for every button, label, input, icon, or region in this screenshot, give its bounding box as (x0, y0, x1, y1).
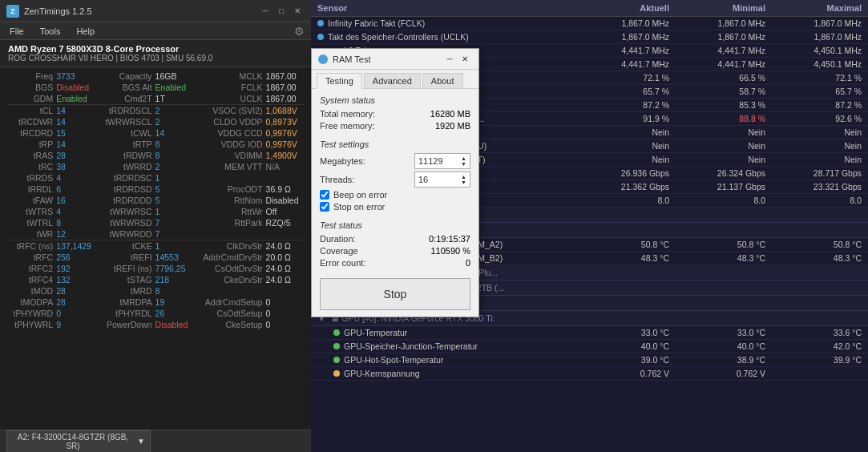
sensor-aktuell: 72.1 % (573, 73, 669, 83)
maximize-button[interactable]: □ (274, 4, 289, 18)
sensor-aktuell: 4,441.7 MHz (573, 46, 669, 55)
memory-profile-dropdown[interactable]: A2: F4-3200C14-8GTZR (8GB, SR) ▼ (6, 430, 151, 453)
error-count-value: 0 (466, 258, 470, 268)
duration-label: Duration: (320, 234, 356, 244)
table-row: tRRDS4 tRDRDSC1 (6, 172, 305, 184)
sensor-aktuell: 87.2 % (573, 100, 669, 110)
sensor-minimal: 1,867.0 MHz (669, 32, 765, 42)
sensor-maximal: 65.7 % (765, 87, 862, 96)
dropdown-value: A2: F4-3200C14-8GTZR (8GB, SR) (12, 433, 134, 450)
sensor-minimal: 50.8 °C (669, 240, 765, 249)
timings-table: Freq3733 Capacity16GB MCLK1867.00 BGSDis… (0, 67, 311, 430)
threads-spinbox-arrows[interactable]: ▲ ▼ (461, 174, 466, 185)
spinbox-arrows[interactable]: ▲ ▼ (461, 155, 466, 167)
ram-close-button[interactable]: ✕ (458, 52, 472, 67)
table-row: tWTRS4 tWRWRSC1 RttWrOff (6, 206, 305, 217)
sensor-minimal: 33.0 °C (669, 328, 765, 337)
table-row: tRC38 tWRRD2 MEM VTTN/A (6, 161, 305, 172)
sensor-dot-icon (317, 34, 324, 40)
megabytes-label: Megabytes: (320, 156, 365, 166)
megabytes-value: 11129 (418, 156, 443, 166)
sensor-name-text: Infinity Fabric Takt (FCLK) (328, 18, 425, 28)
sensor-name-text: GPU-Kernspannung (344, 369, 420, 378)
table-row: tWTRL8 tWRWRSD7 RttParkRZQ/5 (6, 217, 305, 228)
sensor-aktuell: 48.3 °C (573, 253, 669, 263)
spin-down-icon[interactable]: ▼ (461, 161, 466, 167)
table-row: tRCDWR14 tWRWRSCL2 CLDO VDDP0,8973V (6, 116, 305, 127)
sensor-aktuell: 4,441.7 MHz (573, 59, 669, 69)
duration-row: Duration: 0:19:15:37 (320, 234, 470, 244)
table-row: GDMEnabled Cmd2T1T UCLK1867.00 (6, 93, 305, 105)
table-row: tRP14 tRTP8 VDDG IOD0,9976V (6, 139, 305, 150)
total-memory-row: Total memory: 16280 MB (320, 109, 470, 119)
stop-on-error-row: Stop on error (320, 202, 470, 212)
table-row: tMODPA28 tMRDPA19 AddrCmdSetup0 (6, 297, 305, 308)
tab-about[interactable]: About (422, 73, 463, 88)
threads-row: Threads: 16 ▲ ▼ (320, 172, 470, 188)
sensor-minimal: 66.5 % (669, 73, 765, 83)
menu-tools[interactable]: Tools (37, 26, 64, 37)
threads-spin-up-icon[interactable]: ▲ (461, 174, 466, 180)
menu-file[interactable]: File (6, 26, 27, 37)
threads-spin-down-icon[interactable]: ▼ (461, 180, 466, 185)
cpu-info: AMD Ryzen 7 5800X3D 8-Core Processor ROG… (0, 40, 311, 67)
sensor-dot-icon (333, 329, 340, 336)
sensor-minimal: 4,441.7 MHz (669, 46, 765, 55)
test-status-title: Test status (320, 220, 470, 230)
window-controls: ─ □ ✕ (258, 4, 305, 18)
ram-title-text: RAM Test (333, 54, 370, 64)
duration-value: 0:19:15:37 (429, 234, 470, 244)
stop-on-error-checkbox[interactable] (320, 202, 329, 212)
ram-minimize-button[interactable]: ─ (442, 52, 457, 67)
total-memory-value: 16280 MB (430, 109, 470, 119)
spin-up-icon[interactable]: ▲ (461, 155, 466, 161)
sensor-maximal: 8.0 (765, 196, 862, 205)
menu-bar: File Tools Help ⚙ (0, 22, 311, 40)
megabytes-spinbox[interactable]: 11129 ▲ ▼ (414, 153, 470, 169)
sensor-name-text: GPU-Hot-Spot-Temperatur (344, 355, 443, 365)
sensor-maximal: 33.6 °C (765, 328, 862, 337)
table-row: BGSDisabled BGS AltEnabled FCLK1867.00 (6, 82, 305, 93)
free-memory-label: Free memory: (320, 121, 374, 131)
sensor-maximal: 42.0 °C (765, 341, 862, 351)
sensor-maximal: 23.321 Gbps (765, 182, 862, 192)
error-count-label: Error count: (320, 258, 365, 268)
sensor-maximal: 4,450.1 MHz (765, 46, 862, 55)
stop-button[interactable]: Stop (320, 278, 470, 310)
menu-help[interactable]: Help (73, 26, 98, 37)
table-row: tRAS28 tRDWR8 VDIMM1,4900V (6, 150, 305, 161)
sensor-dot-icon (317, 20, 324, 26)
sensor-name-text: GPU-Temperatur (344, 328, 407, 337)
cpu-name: AMD Ryzen 7 5800X3D 8-Core Processor (8, 44, 303, 54)
threads-spinbox[interactable]: 16 ▲ ▼ (414, 172, 470, 188)
system-status-title: System status (320, 95, 470, 105)
sensor-aktuell: 39.0 °C (573, 355, 669, 365)
sensor-minimal: 8.0 (669, 196, 765, 205)
close-button[interactable]: ✕ (290, 4, 305, 18)
settings-icon[interactable]: ⚙ (294, 25, 305, 38)
error-count-row: Error count: 0 (320, 258, 470, 268)
beep-on-error-checkbox[interactable] (320, 190, 329, 200)
beep-on-error-label: Beep on error (333, 190, 387, 200)
list-item: GPU-Kernspannung 0.762 V 0.762 V (311, 367, 868, 381)
tab-advanced[interactable]: Advanced (364, 73, 421, 88)
maximal-col-header: Maximal (765, 3, 862, 13)
ram-body: System status Total memory: 16280 MB Fre… (312, 89, 478, 317)
sensor-name-text: GPU-Speicher-Junction-Temperatur (344, 341, 478, 351)
table-row: Freq3733 Capacity16GB MCLK1867.00 (6, 71, 305, 82)
free-memory-row: Free memory: 1920 MB (320, 121, 470, 131)
sensor-maximal: Nein (765, 155, 862, 164)
coverage-value: 110590 % (430, 246, 470, 256)
sensor-dot-icon (333, 370, 340, 377)
sensor-aktuell: Nein (573, 141, 669, 151)
tab-testing[interactable]: Testing (317, 73, 362, 89)
minimize-button[interactable]: ─ (258, 4, 273, 18)
sensor-col-header: Sensor (317, 3, 573, 13)
sensor-aktuell: 0.762 V (573, 369, 669, 378)
app-title: ZenTimings 1.2.5 (24, 6, 92, 16)
ram-title-left: RAM Test (318, 54, 370, 64)
sensor-minimal: 4,441.7 MHz (669, 59, 765, 69)
sensor-minimal: 85.3 % (669, 100, 765, 110)
sensor-aktuell: 40.0 °C (573, 341, 669, 351)
sensor-aktuell: 1,867.0 MHz (573, 32, 669, 42)
